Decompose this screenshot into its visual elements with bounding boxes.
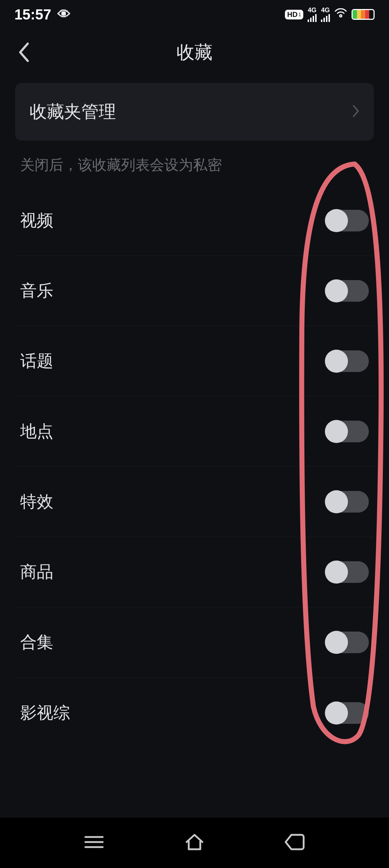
signal-2-icon: 4G [321, 7, 330, 22]
toggle-label: 视频 [20, 209, 53, 232]
toggle-music[interactable] [326, 280, 369, 302]
toggle-label: 商品 [20, 561, 53, 583]
toggle-row-place: 地点 [15, 397, 374, 467]
toggle-topic[interactable] [326, 350, 369, 372]
toggle-list: 视频 音乐 话题 地点 特效 商品 合集 影视综 [15, 186, 374, 748]
status-right: HD1 4G 4G [285, 7, 375, 22]
toggle-knob-icon [325, 350, 348, 373]
menu-icon [82, 833, 106, 851]
status-time: 15:57 [14, 6, 51, 23]
system-nav-bar [0, 818, 389, 868]
toggle-knob-icon [325, 279, 348, 302]
toggle-label: 合集 [20, 631, 53, 654]
toggle-place[interactable] [326, 421, 369, 442]
wifi-icon [334, 8, 347, 21]
toggle-knob-icon [325, 209, 348, 232]
page-title: 收藏 [176, 40, 213, 65]
weibo-icon: 👁 [58, 7, 71, 22]
toggle-row-video: 视频 [15, 186, 374, 256]
toggle-album[interactable] [326, 632, 369, 653]
toggle-row-effect: 特效 [15, 467, 374, 537]
toggle-row-music: 音乐 [15, 256, 374, 326]
nav-home-button[interactable] [184, 833, 205, 853]
toggle-knob-icon [325, 490, 348, 513]
status-bar: 15:57 👁 HD1 4G 4G [0, 0, 389, 29]
nav-back-button[interactable] [283, 833, 307, 852]
hd-badge-icon: HD1 [285, 10, 303, 19]
nav-recent-button[interactable] [82, 833, 106, 852]
toggle-label: 影视综 [20, 702, 70, 724]
toggle-knob-icon [325, 701, 348, 725]
toggle-label: 话题 [20, 350, 53, 372]
toggle-row-album: 合集 [15, 607, 374, 678]
toggle-label: 特效 [20, 491, 53, 513]
toggle-label: 地点 [20, 420, 53, 443]
toggle-product[interactable] [326, 561, 369, 583]
battery-icon [352, 9, 375, 20]
toggle-video[interactable] [326, 210, 369, 231]
toggle-knob-icon [325, 420, 348, 443]
home-icon [184, 833, 205, 851]
toggle-label: 音乐 [20, 280, 53, 302]
chevron-right-icon [352, 104, 359, 119]
toggle-movietv[interactable] [326, 702, 369, 724]
chevron-left-icon [17, 41, 30, 63]
toggle-knob-icon [325, 561, 348, 584]
content: 收藏夹管理 关闭后，该收藏列表会设为私密 视频 音乐 话题 地点 特效 商品 [0, 76, 389, 748]
toggle-row-movietv: 影视综 [15, 678, 374, 748]
favorites-management-row[interactable]: 收藏夹管理 [15, 83, 374, 141]
app-bar: 收藏 [0, 29, 389, 76]
favorites-management-label: 收藏夹管理 [30, 100, 116, 123]
toggle-knob-icon [325, 631, 348, 654]
toggle-effect[interactable] [326, 491, 369, 513]
toggle-row-topic: 话题 [15, 326, 374, 397]
back-icon [283, 833, 307, 851]
signal-1-icon: 4G [308, 7, 317, 22]
privacy-hint: 关闭后，该收藏列表会设为私密 [15, 155, 374, 186]
back-button[interactable] [11, 40, 36, 65]
toggle-row-product: 商品 [15, 537, 374, 607]
status-left: 15:57 👁 [14, 6, 71, 23]
